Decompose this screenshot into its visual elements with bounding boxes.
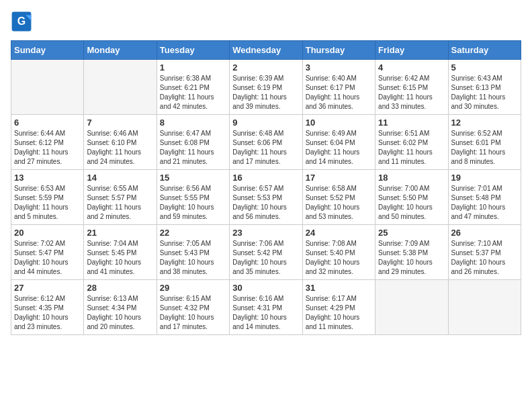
day-number: 1 [160,62,226,73]
calendar-cell [448,280,521,335]
day-detail: Sunrise: 6:43 AM Sunset: 6:13 PM Dayligh… [451,74,518,111]
day-number: 29 [160,283,226,293]
day-detail: Sunrise: 6:55 AM Sunset: 5:57 PM Dayligh… [87,184,153,222]
day-detail: Sunrise: 7:10 AM Sunset: 5:37 PM Dayligh… [451,239,518,277]
day-detail: Sunrise: 6:47 AM Sunset: 6:08 PM Dayligh… [160,129,226,167]
day-number: 31 [306,283,372,293]
day-detail: Sunrise: 6:39 AM Sunset: 6:19 PM Dayligh… [232,74,299,111]
calendar-cell: 3Sunrise: 6:40 AM Sunset: 6:17 PM Daylig… [302,60,375,115]
day-detail: Sunrise: 7:09 AM Sunset: 5:38 PM Dayligh… [378,239,445,277]
day-detail: Sunrise: 7:06 AM Sunset: 5:42 PM Dayligh… [232,239,299,277]
day-detail: Sunrise: 6:49 AM Sunset: 6:04 PM Dayligh… [306,129,372,167]
day-detail: Sunrise: 6:42 AM Sunset: 6:15 PM Dayligh… [378,74,445,111]
calendar-cell: 2Sunrise: 6:39 AM Sunset: 6:19 PM Daylig… [230,60,302,115]
day-number: 20 [14,228,81,238]
calendar-cell: 5Sunrise: 6:43 AM Sunset: 6:13 PM Daylig… [448,60,521,115]
day-detail: Sunrise: 6:17 AM Sunset: 4:29 PM Dayligh… [306,294,372,332]
day-number: 18 [378,173,445,183]
calendar-cell [84,60,157,115]
calendar-cell [375,280,448,335]
day-number: 4 [378,62,445,73]
day-number: 13 [14,173,81,183]
day-number: 25 [378,228,445,238]
svg-text:G: G [17,15,26,27]
calendar-cell: 23Sunrise: 7:06 AM Sunset: 5:42 PM Dayli… [230,225,302,280]
calendar-cell: 22Sunrise: 7:05 AM Sunset: 5:43 PM Dayli… [157,225,229,280]
logo: G [11,11,35,32]
day-number: 21 [87,228,153,238]
calendar-cell: 21Sunrise: 7:04 AM Sunset: 5:45 PM Dayli… [84,225,157,280]
day-number: 27 [14,283,81,293]
day-detail: Sunrise: 6:40 AM Sunset: 6:17 PM Dayligh… [306,74,372,111]
day-number: 12 [451,118,518,128]
calendar-cell: 4Sunrise: 6:42 AM Sunset: 6:15 PM Daylig… [375,60,448,115]
calendar-cell: 17Sunrise: 6:58 AM Sunset: 5:52 PM Dayli… [302,170,375,225]
day-detail: Sunrise: 7:02 AM Sunset: 5:47 PM Dayligh… [14,239,81,277]
calendar-cell: 14Sunrise: 6:55 AM Sunset: 5:57 PM Dayli… [84,170,157,225]
day-detail: Sunrise: 6:56 AM Sunset: 5:55 PM Dayligh… [160,184,226,222]
day-number: 11 [378,118,445,128]
weekday-header: Tuesday [157,41,229,60]
calendar-cell: 8Sunrise: 6:47 AM Sunset: 6:08 PM Daylig… [157,115,229,170]
calendar-cell: 26Sunrise: 7:10 AM Sunset: 5:37 PM Dayli… [448,225,521,280]
calendar-cell: 6Sunrise: 6:44 AM Sunset: 6:12 PM Daylig… [11,115,84,170]
calendar-cell: 12Sunrise: 6:52 AM Sunset: 6:01 PM Dayli… [448,115,521,170]
day-number: 7 [87,118,153,128]
calendar-cell: 9Sunrise: 6:48 AM Sunset: 6:06 PM Daylig… [230,115,302,170]
day-detail: Sunrise: 6:58 AM Sunset: 5:52 PM Dayligh… [306,184,372,222]
day-number: 6 [14,118,81,128]
day-number: 17 [306,173,372,183]
day-detail: Sunrise: 6:51 AM Sunset: 6:02 PM Dayligh… [378,129,445,167]
day-number: 9 [232,118,299,128]
calendar-cell [11,60,84,115]
day-detail: Sunrise: 6:16 AM Sunset: 4:31 PM Dayligh… [232,294,299,332]
day-number: 5 [451,62,518,73]
day-number: 30 [232,283,299,293]
day-number: 14 [87,173,153,183]
calendar-cell: 27Sunrise: 6:12 AM Sunset: 4:35 PM Dayli… [11,280,84,335]
day-number: 15 [160,173,226,183]
day-detail: Sunrise: 6:15 AM Sunset: 4:32 PM Dayligh… [160,294,226,332]
calendar-cell: 24Sunrise: 7:08 AM Sunset: 5:40 PM Dayli… [302,225,375,280]
day-number: 24 [306,228,372,238]
weekday-header: Monday [84,41,157,60]
calendar-week-row: 27Sunrise: 6:12 AM Sunset: 4:35 PM Dayli… [11,280,521,335]
day-number: 16 [232,173,299,183]
calendar-cell: 30Sunrise: 6:16 AM Sunset: 4:31 PM Dayli… [230,280,302,335]
day-number: 2 [232,62,299,73]
weekday-header: Thursday [302,41,375,60]
calendar-cell: 25Sunrise: 7:09 AM Sunset: 5:38 PM Dayli… [375,225,448,280]
weekday-header: Sunday [11,41,84,60]
calendar-header-row: SundayMondayTuesdayWednesdayThursdayFrid… [11,41,521,60]
logo-icon: G [11,11,32,32]
day-number: 23 [232,228,299,238]
calendar-week-row: 6Sunrise: 6:44 AM Sunset: 6:12 PM Daylig… [11,115,521,170]
day-detail: Sunrise: 6:44 AM Sunset: 6:12 PM Dayligh… [14,129,81,167]
day-detail: Sunrise: 7:08 AM Sunset: 5:40 PM Dayligh… [306,239,372,277]
calendar-cell: 28Sunrise: 6:13 AM Sunset: 4:34 PM Dayli… [84,280,157,335]
weekday-header: Wednesday [230,41,302,60]
weekday-header: Friday [375,41,448,60]
page-header: G [11,11,521,32]
day-number: 22 [160,228,226,238]
day-detail: Sunrise: 6:46 AM Sunset: 6:10 PM Dayligh… [87,129,153,167]
calendar-cell: 19Sunrise: 7:01 AM Sunset: 5:48 PM Dayli… [448,170,521,225]
calendar-cell: 1Sunrise: 6:38 AM Sunset: 6:21 PM Daylig… [157,60,229,115]
calendar-cell: 16Sunrise: 6:57 AM Sunset: 5:53 PM Dayli… [230,170,302,225]
calendar-week-row: 13Sunrise: 6:53 AM Sunset: 5:59 PM Dayli… [11,170,521,225]
day-number: 26 [451,228,518,238]
calendar-cell: 29Sunrise: 6:15 AM Sunset: 4:32 PM Dayli… [157,280,229,335]
weekday-header: Saturday [448,41,521,60]
calendar-cell: 11Sunrise: 6:51 AM Sunset: 6:02 PM Dayli… [375,115,448,170]
calendar-cell: 18Sunrise: 7:00 AM Sunset: 5:50 PM Dayli… [375,170,448,225]
day-number: 3 [306,62,372,73]
day-number: 10 [306,118,372,128]
calendar-cell: 31Sunrise: 6:17 AM Sunset: 4:29 PM Dayli… [302,280,375,335]
calendar-table: SundayMondayTuesdayWednesdayThursdayFrid… [11,40,521,335]
day-detail: Sunrise: 6:53 AM Sunset: 5:59 PM Dayligh… [14,184,81,222]
calendar-cell: 13Sunrise: 6:53 AM Sunset: 5:59 PM Dayli… [11,170,84,225]
day-number: 28 [87,283,153,293]
day-detail: Sunrise: 6:12 AM Sunset: 4:35 PM Dayligh… [14,294,81,332]
calendar-cell: 7Sunrise: 6:46 AM Sunset: 6:10 PM Daylig… [84,115,157,170]
day-number: 8 [160,118,226,128]
